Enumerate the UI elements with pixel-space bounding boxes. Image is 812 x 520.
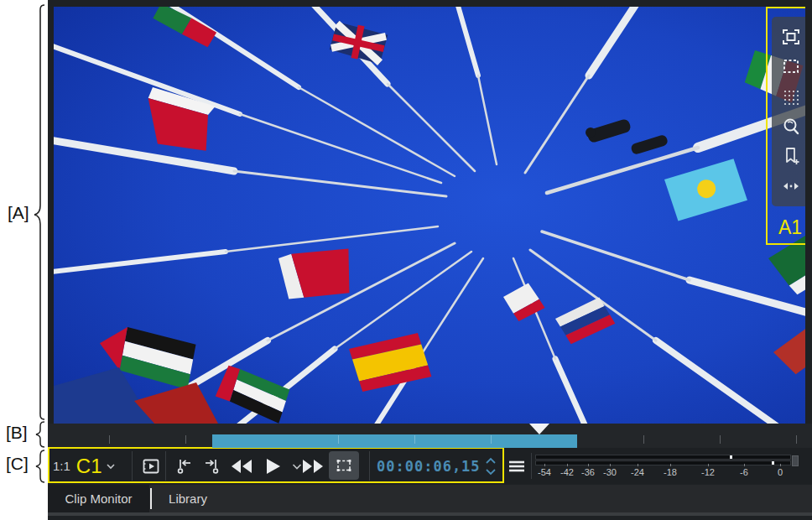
video-frame-flags	[54, 7, 805, 424]
timeline-tick	[109, 435, 110, 444]
video-preview: A1	[54, 7, 805, 424]
play-button[interactable]	[258, 450, 288, 482]
peak-indicator	[730, 455, 732, 459]
play-icon	[263, 456, 283, 476]
callout-label-a1: A1	[778, 216, 802, 239]
annotation-brace-a	[34, 4, 46, 420]
spinner-up-icon	[484, 456, 497, 465]
divider	[165, 451, 166, 481]
zoom-preset-value: 1:1	[53, 459, 70, 473]
annotation-brace-c	[34, 450, 46, 483]
fast-forward-icon	[300, 457, 325, 476]
meter-scale-label: -6	[740, 467, 748, 477]
meter-scale-label: -54	[538, 467, 551, 477]
timeline-tick	[185, 435, 186, 444]
add-marker-icon	[781, 146, 801, 166]
meter-tick	[780, 464, 781, 466]
meter-tick	[744, 464, 745, 466]
divider	[531, 453, 532, 479]
peak-indicator	[772, 461, 774, 465]
meter-tick	[638, 464, 638, 466]
panel-bottom-edge	[48, 512, 812, 516]
timecode-spinner[interactable]	[482, 452, 499, 481]
annotation-label-c: [C]	[6, 454, 29, 474]
fit-to-screen-button[interactable]	[777, 24, 805, 49]
selection-area-icon	[781, 56, 801, 76]
callout-label-c1: C1	[76, 455, 102, 478]
meter-scale-label: 0	[778, 467, 783, 477]
meter-scale-label: -36	[581, 467, 595, 477]
mark-in-button[interactable]	[170, 450, 199, 482]
timeline-scrubber[interactable]	[48, 424, 812, 448]
divider	[132, 451, 133, 481]
annotation-label-b: [B]	[6, 423, 28, 443]
audio-level-meter: -54 -42 -36 -30 -24 -18 -12 -6 0	[533, 452, 803, 482]
meter-scale-label: -18	[664, 467, 677, 477]
meter-scale-label: -42	[560, 467, 574, 477]
add-marker-button[interactable]	[777, 143, 805, 169]
annotation-label-a: [A]	[8, 203, 29, 223]
annotation-brace-b	[34, 421, 46, 448]
meter-tick	[610, 464, 611, 466]
mark-out-button[interactable]	[197, 450, 226, 482]
meter-scale-label: -12	[701, 467, 715, 477]
timeline-tick	[796, 435, 797, 444]
rewind-icon	[229, 457, 254, 476]
timeline-tick	[720, 435, 721, 444]
meter-tick	[708, 464, 709, 466]
mark-out-icon	[201, 456, 221, 476]
chevron-down-icon	[104, 460, 117, 473]
selection-area-button[interactable]	[777, 54, 805, 79]
hamburger-menu-icon	[508, 459, 526, 474]
clip-monitor-panel: A1 1:1 C1	[48, 0, 812, 520]
scrub-nudge-icon	[781, 176, 801, 196]
tab-library[interactable]: Library	[155, 485, 221, 512]
timecode-display[interactable]: 00:00:06,15	[377, 450, 481, 482]
panel-tab-bar: Clip Monitor Library	[48, 485, 812, 512]
meter-tick	[544, 464, 545, 466]
grid-overlay-icon	[781, 86, 801, 107]
zoom-tool-button[interactable]	[777, 114, 805, 139]
meter-tick	[588, 464, 589, 466]
grid-overlay-button[interactable]	[777, 84, 805, 109]
meter-scale-label: -24	[631, 467, 644, 477]
preview-window-icon	[141, 456, 161, 476]
loaded-range-bar	[212, 434, 577, 448]
scrub-nudge-button[interactable]	[777, 174, 805, 199]
panel-menu-button[interactable]	[504, 450, 529, 482]
page-root: [A] [B] [C]	[0, 0, 812, 520]
spinner-down-icon	[484, 467, 497, 476]
tab-separator	[150, 488, 152, 509]
preview-window-button[interactable]	[137, 450, 165, 482]
monitor-overlay-toolbar	[772, 17, 805, 206]
rewind-button[interactable]	[226, 450, 258, 482]
timeline-tick	[643, 435, 644, 444]
meter-range-handle	[792, 455, 799, 466]
fit-to-screen-icon	[781, 27, 801, 47]
transport-control-bar: 1:1 C1	[48, 448, 812, 484]
meter-tick	[567, 464, 568, 466]
playhead-marker[interactable]	[529, 424, 549, 434]
meter-bar-left	[535, 455, 791, 460]
zoom-tool-icon	[781, 117, 801, 137]
timeline-tick	[338, 435, 339, 444]
mark-in-icon	[174, 456, 195, 476]
timeline-tick	[491, 435, 492, 444]
timeline-tick	[414, 435, 415, 444]
zoom-preset-dropdown[interactable]: 1:1 C1	[53, 450, 117, 482]
meter-bar-right	[535, 460, 791, 465]
meter-tick	[670, 464, 671, 466]
trim-mode-button[interactable]	[329, 451, 359, 480]
fast-forward-button[interactable]	[296, 450, 330, 482]
tab-clip-monitor[interactable]: Clip Monitor	[48, 485, 149, 512]
trim-mode-icon	[334, 455, 354, 476]
divider	[369, 451, 370, 481]
meter-scale-label: -30	[603, 467, 617, 477]
